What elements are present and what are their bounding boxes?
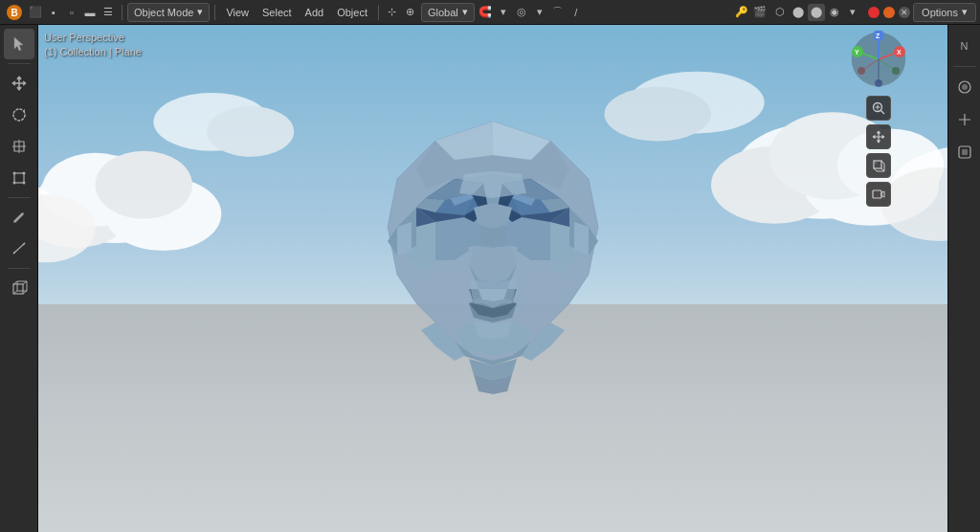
svg-rect-102: [962, 149, 968, 155]
shading-dropdown[interactable]: ▾: [844, 4, 861, 21]
transform-orientation[interactable]: Global ▾: [421, 3, 475, 22]
divider-3: [378, 5, 379, 20]
tool-scale[interactable]: [4, 131, 34, 162]
options-button[interactable]: Options ▾: [913, 3, 976, 22]
mode-selector[interactable]: Object Mode ▾: [127, 3, 210, 22]
svg-point-7: [22, 182, 25, 185]
snap-icons: 🧲 ▾ ◎ ▾ ⌒ /: [477, 4, 585, 21]
mode-label: Object Mode: [134, 7, 193, 18]
transform-icons: ⊹ ⊕: [384, 4, 419, 21]
layout-icon-4[interactable]: ▬: [81, 4, 99, 21]
sidebar-tool-2[interactable]: [949, 104, 980, 135]
right-sidebar: N: [947, 25, 980, 532]
left-toolbar: [0, 25, 38, 532]
toolbar-sep-1: [8, 63, 31, 64]
ortho-persp-btn[interactable]: [866, 153, 891, 178]
toolbar-sep-3: [8, 268, 31, 269]
shading-rendered[interactable]: ⬤: [808, 4, 825, 21]
svg-line-90: [881, 111, 885, 115]
layout-icon-1[interactable]: ⬛: [27, 4, 44, 21]
layout-icon-5[interactable]: ☰: [100, 4, 117, 21]
right-icons: 🔑 🎬: [733, 4, 768, 21]
monkey-head: [359, 112, 627, 399]
tool-move[interactable]: [4, 68, 34, 99]
shading-solid[interactable]: ⬤: [790, 4, 807, 21]
view-layer-icon[interactable]: 🎬: [751, 4, 768, 21]
options-chevron: ▾: [962, 6, 968, 18]
magnet-icon[interactable]: 🧲: [477, 4, 494, 21]
slash-icon[interactable]: /: [568, 4, 585, 21]
svg-text:X: X: [897, 49, 902, 55]
toolbar-sep-2: [8, 197, 31, 198]
viewport-shading-icons: ⬡ ⬤ ⬤ ◉ ▾: [771, 4, 861, 21]
svg-marker-69: [469, 279, 517, 308]
svg-text:B: B: [11, 8, 17, 18]
tool-add-cube[interactable]: [4, 273, 34, 303]
sidebar-toggle-btn[interactable]: N: [949, 31, 980, 61]
proportional-icon[interactable]: ◎: [513, 4, 530, 21]
tool-rotate[interactable]: [4, 100, 34, 130]
layout-icon-3[interactable]: ▫: [63, 4, 80, 21]
svg-point-5: [22, 172, 25, 175]
sidebar-sep-1: [953, 66, 976, 67]
cursor-icon[interactable]: ⊹: [384, 4, 401, 21]
blender-logo-icon[interactable]: B: [4, 3, 25, 22]
sidebar-tool-1[interactable]: [949, 72, 980, 102]
menu-add[interactable]: Add: [300, 5, 330, 20]
pan-viewport-btn[interactable]: [866, 124, 891, 149]
tool-select[interactable]: [4, 29, 34, 59]
mode-dropdown-icon: ▾: [197, 6, 203, 18]
orientation-gizmo[interactable]: X Y Z: [850, 31, 907, 88]
divider-2: [214, 5, 215, 20]
global-dropdown-icon: ▾: [462, 6, 468, 18]
tool-measure[interactable]: [4, 233, 34, 264]
snap-dropdown-icon[interactable]: ▾: [495, 4, 512, 21]
menu-view[interactable]: View: [220, 5, 255, 20]
svg-point-84: [858, 67, 865, 75]
dot-red: [868, 7, 880, 18]
svg-point-88: [875, 79, 882, 87]
menu-select[interactable]: Select: [256, 5, 298, 20]
shading-eevee[interactable]: ◉: [826, 4, 843, 21]
svg-text:Y: Y: [855, 49, 859, 55]
svg-marker-71: [474, 203, 512, 229]
menu-object[interactable]: Object: [331, 5, 373, 20]
tool-annotate[interactable]: [4, 202, 34, 233]
svg-marker-59: [574, 222, 589, 255]
tool-transform[interactable]: [4, 163, 34, 193]
pivot-icon[interactable]: ⊕: [402, 4, 419, 21]
svg-rect-3: [14, 173, 24, 183]
shading-wire[interactable]: ⬡: [771, 4, 789, 21]
divider-1: [122, 5, 122, 20]
svg-point-4: [12, 172, 15, 175]
zoom-viewport-btn[interactable]: [866, 96, 891, 121]
camera-view-btn[interactable]: [866, 182, 891, 207]
sidebar-tool-3[interactable]: [949, 137, 980, 167]
svg-marker-70: [459, 171, 526, 198]
svg-text:Z: Z: [876, 33, 880, 39]
svg-point-100: [962, 84, 968, 90]
svg-rect-98: [873, 190, 881, 198]
top-bar-right: 🔑 🎬 ⬡ ⬤ ⬤ ◉ ▾ ✕ Options ▾: [733, 3, 976, 22]
svg-point-86: [892, 67, 900, 75]
global-label: Global: [428, 7, 458, 18]
viewport[interactable]: User Perspective (1) Collection | Plane …: [38, 25, 947, 532]
top-bar: B ⬛ ▪ ▫ ▬ ☰ Object Mode ▾ View Select Ad…: [0, 0, 980, 25]
svg-marker-57: [397, 222, 412, 255]
hook-icon[interactable]: ⌒: [549, 4, 567, 21]
scene-icon[interactable]: 🔑: [733, 4, 750, 21]
dot-orange: [883, 7, 895, 18]
main-area: User Perspective (1) Collection | Plane …: [0, 25, 980, 532]
layout-icon-2[interactable]: ▪: [45, 4, 62, 21]
dot-close[interactable]: ✕: [899, 7, 910, 18]
svg-point-6: [12, 182, 15, 185]
nav-controls: X Y Z: [850, 31, 907, 207]
workspace-icons: ⬛ ▪ ▫ ▬ ☰: [27, 4, 117, 21]
proportional-dropdown-icon[interactable]: ▾: [531, 4, 548, 21]
